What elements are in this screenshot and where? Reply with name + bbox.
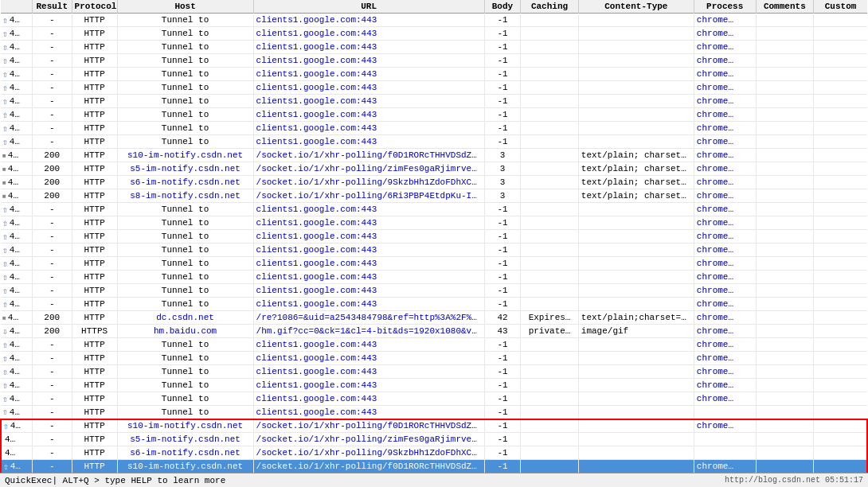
upload-icon: ⇧ (2, 96, 8, 107)
table-row[interactable]: ⇧4…-HTTPTunnel toclients1.google.com:443… (1, 338, 867, 352)
table-row[interactable]: ⇧4…-HTTPTunnel toclients1.google.com:443… (1, 243, 867, 257)
col-header-protocol[interactable]: Protocol (72, 0, 117, 14)
table-row[interactable]: ■4…200HTTPdc.csdn.net/re?1086=&uid=a2543… (1, 311, 867, 325)
network-table: Result Protocol Host URL Body Caching Co… (0, 0, 868, 473)
upload-icon: ⇧ (2, 367, 8, 377)
upload-icon: ⇧ (2, 137, 8, 147)
upload-icon: ⇧ (2, 29, 8, 39)
row-number: 4… (10, 340, 20, 349)
table-row[interactable]: ⇧4…-HTTPTunnel toclients1.google.com:443… (1, 365, 867, 379)
row-number: 4… (10, 96, 20, 106)
upload-icon: ⇧ (3, 421, 9, 431)
col-header-result[interactable]: Result (32, 0, 72, 14)
upload-icon: ⇧ (2, 394, 8, 404)
table-body: ⇧4…-HTTPTunnel toclients1.google.com:443… (1, 14, 867, 473)
col-header-num[interactable] (1, 0, 32, 14)
col-header-process[interactable]: Process (694, 0, 756, 14)
row-number: 4… (10, 83, 20, 92)
row-number: 4… (10, 367, 20, 376)
table-row[interactable]: ⇧4…-HTTPTunnel toclients1.google.com:443… (1, 41, 867, 54)
col-header-body[interactable]: Body (484, 0, 521, 14)
row-number: 4… (10, 245, 20, 255)
col-header-custom[interactable]: Custom (814, 0, 867, 14)
row-number: 4… (10, 218, 20, 228)
upload-icon: ⇧ (2, 123, 8, 134)
table-row[interactable]: ■4…200HTTPs6-im-notify.csdn.net/socket.i… (1, 176, 867, 189)
image-icon: ■ (2, 152, 6, 159)
table-row[interactable]: ⇧4…-HTTPTunnel toclients1.google.com:443… (1, 81, 867, 95)
upload-icon: ⇧ (2, 340, 8, 350)
table-header: Result Protocol Host URL Body Caching Co… (1, 0, 867, 14)
upload-icon: ⇧ (3, 462, 9, 472)
col-header-url[interactable]: URL (253, 0, 484, 14)
image-icon: ■ (2, 166, 6, 173)
row-number: 4… (10, 462, 21, 471)
table-row[interactable]: ⇧4…-HTTPTunnel toclients1.google.com:443… (1, 68, 867, 81)
table-row[interactable]: 4…-HTTPs5-im-notify.csdn.net/socket.io/1… (1, 433, 867, 446)
status-bar: QuickExec| ALT+Q > type HELP to learn mo… (0, 473, 868, 487)
row-number: 4… (10, 137, 20, 146)
network-table-container[interactable]: Result Protocol Host URL Body Caching Co… (0, 0, 868, 473)
row-number: 4… (10, 69, 20, 79)
upload-icon: ⇧ (2, 245, 8, 255)
image-icon: ■ (2, 314, 6, 321)
upload-icon: ⇧ (2, 272, 8, 282)
upload-icon: ⇧ (2, 299, 8, 310)
row-number: 4… (10, 286, 20, 295)
table-row[interactable]: ⇩4…200HTTPShm.baidu.com/hm.gif?cc=0&ck=1… (1, 325, 867, 338)
table-row[interactable]: ⇧4…-HTTPTunnel toclients1.google.com:443… (1, 298, 867, 311)
upload-icon: ⇧ (2, 205, 8, 215)
row-number: 4… (10, 407, 20, 417)
row-number: 4… (5, 448, 15, 458)
table-row[interactable]: ⇧4…-HTTPTunnel toclients1.google.com:443… (1, 95, 867, 108)
table-row[interactable]: ⇧4…-HTTPTunnel toclients1.google.com:443… (1, 392, 867, 406)
table-row[interactable]: ⇧4…-HTTPTunnel toclients1.google.com:443… (1, 27, 867, 41)
row-number: 4… (10, 394, 20, 403)
table-row[interactable]: ⇧4…-HTTPTunnel toclients1.google.com:443… (1, 135, 867, 149)
table-row[interactable]: ⇧4…-HTTPTunnel toclients1.google.com:443… (1, 230, 867, 243)
row-number: 4… (8, 164, 18, 173)
table-row[interactable]: ⇧4…-HTTPTunnel toclients1.google.com:443… (1, 54, 867, 68)
table-row[interactable]: ⇧4…-HTTPTunnel toclients1.google.com:443… (1, 14, 867, 27)
table-row[interactable]: ⇧4…-HTTPTunnel toclients1.google.com:443… (1, 216, 867, 230)
row-number: 4… (10, 232, 20, 241)
row-number: 4… (10, 272, 20, 282)
upload-icon: ⇧ (2, 69, 8, 80)
table-row[interactable]: ⇧4…-HTTPTunnel toclients1.google.com:443… (1, 108, 867, 122)
upload-icon: ⇧ (2, 380, 8, 391)
col-header-host[interactable]: Host (117, 0, 253, 14)
row-number: 4… (10, 123, 20, 133)
table-row[interactable]: ⇧4…-HTTPTunnel toclients1.google.com:443… (1, 257, 867, 271)
table-row[interactable]: ■4…200HTTPs10-im-notify.csdn.net/socket.… (1, 149, 867, 162)
table-row[interactable]: ⇧4…-HTTPTunnel toclients1.google.com:443… (1, 352, 867, 365)
table-row[interactable]: ■4…200HTTPs8-im-notify.csdn.net/socket.i… (1, 189, 867, 203)
upload-icon: ⇧ (2, 15, 8, 25)
table-row[interactable]: ■4…200HTTPs5-im-notify.csdn.net/socket.i… (1, 162, 867, 176)
upload-icon: ⇧ (2, 286, 8, 296)
upload-icon: ⇧ (2, 353, 8, 364)
table-row[interactable]: ⇧4…-HTTPTunnel toclients1.google.com:443… (1, 271, 867, 284)
row-number: 4… (10, 42, 20, 52)
table-row[interactable]: ⇧4…-HTTPs10-im-notify.csdn.net/socket.io… (1, 460, 867, 473)
image-icon: ■ (2, 179, 6, 186)
col-header-content[interactable]: Content-Type (578, 0, 694, 14)
col-header-comments[interactable]: Comments (756, 0, 814, 14)
row-number: 4… (8, 177, 18, 187)
table-row[interactable]: ⇧4…-HTTPTunnel toclients1.google.com:443… (1, 203, 867, 216)
upload-icon: ⇧ (2, 56, 8, 66)
row-number: 4… (10, 421, 21, 431)
table-row[interactable]: ⇧4…-HTTPTunnel toclients1.google.com:443… (1, 406, 867, 419)
table-row[interactable]: 4…-HTTPs6-im-notify.csdn.net/socket.io/1… (1, 446, 867, 460)
table-row[interactable]: ⇧4…-HTTPTunnel toclients1.google.com:443… (1, 122, 867, 135)
row-number: 4… (10, 259, 20, 268)
table-row[interactable]: ⇧4…-HTTPs10-im-notify.csdn.net/socket.io… (1, 419, 867, 433)
upload-icon: ⇧ (2, 218, 8, 228)
table-row[interactable]: ⇧4…-HTTPTunnel toclients1.google.com:443… (1, 284, 867, 298)
upload-icon: ⇧ (2, 259, 8, 269)
row-number: 4… (5, 434, 15, 444)
table-row[interactable]: ⇧4…-HTTPTunnel toclients1.google.com:443… (1, 379, 867, 392)
row-number: 4… (10, 353, 20, 363)
col-header-caching[interactable]: Caching (521, 0, 579, 14)
download-icon: ⇩ (2, 326, 8, 337)
row-number: 4… (8, 191, 18, 201)
